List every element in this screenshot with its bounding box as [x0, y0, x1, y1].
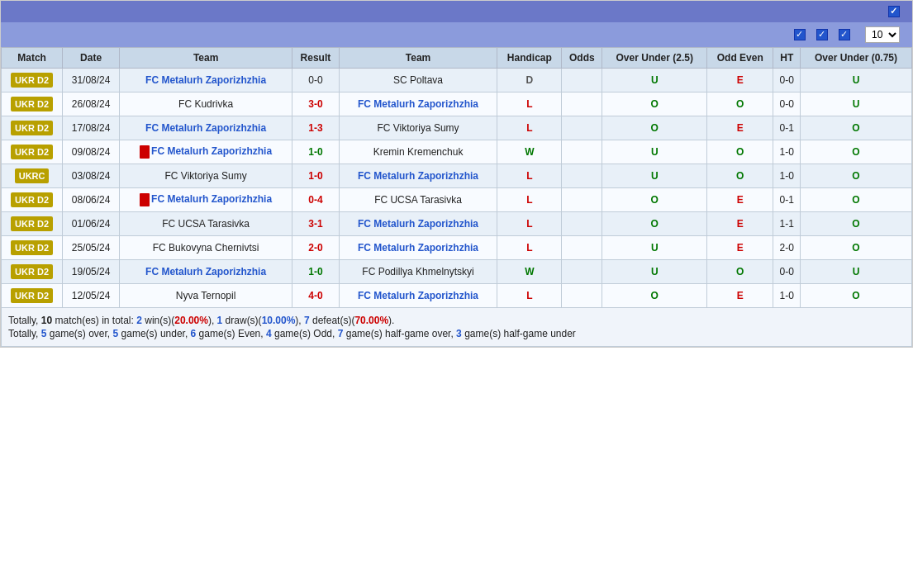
team1-name: FC Metalurh Zaporizhzhia — [145, 74, 266, 86]
cell-odds — [562, 260, 602, 284]
match-badge: UKR D2 — [11, 192, 53, 207]
outcome-badge: L — [526, 242, 532, 254]
header-bar — [1, 1, 912, 22]
cell-over-under: U — [602, 236, 707, 260]
cell-ht: 0-1 — [773, 116, 801, 140]
cell-team1: Nyva Ternopil — [120, 284, 292, 308]
odd-even-value: E — [737, 290, 744, 301]
games-under: 5 — [113, 328, 119, 339]
col-over-under-25: Over Under (2.5) — [602, 48, 707, 69]
int-cf-checkbox[interactable] — [794, 29, 806, 40]
odd-even-value: E — [737, 74, 744, 86]
cell-ht: 1-0 — [773, 284, 801, 308]
footer-line2: Totally, 5 game(s) over, 5 game(s) under… — [8, 328, 905, 339]
over-under-075-value: U — [853, 98, 860, 110]
table-row: UKR D231/08/24FC Metalurh Zaporizhzhia0-… — [2, 69, 912, 92]
outcome-badge: L — [526, 170, 532, 182]
table-row: UKR D201/06/24FC UCSA Tarasivka3-1FC Met… — [2, 212, 912, 236]
filter-int-cf[interactable] — [794, 29, 808, 40]
table-row: UKRC03/08/24FC Viktoriya Sumy1-0FC Metal… — [2, 164, 912, 188]
cell-match: UKRC — [2, 164, 63, 188]
col-odds: Odds — [562, 48, 602, 69]
over-under-value: U — [651, 74, 659, 86]
red-card-icon — [140, 145, 150, 159]
display-notes-checkbox[interactable] — [888, 6, 900, 17]
team1-name: FC Metalurh Zaporizhzhia — [151, 145, 272, 157]
team1-name: FC Bukovyna Chernivtsi — [153, 242, 259, 254]
cell-ht: 0-0 — [773, 92, 801, 116]
over-under-075-value: O — [852, 290, 859, 301]
team2-name: FC Viktoriya Sumy — [377, 122, 459, 134]
footer-stats: Totally, 10 match(es) in total: 2 win(s)… — [1, 308, 912, 347]
cell-over-under: U — [602, 164, 707, 188]
table-row: UKR D219/05/24FC Metalurh Zaporizhzhia1-… — [2, 260, 912, 284]
cell-odds — [562, 69, 602, 92]
team1-name: FC Metalurh Zaporizhzhia — [145, 266, 266, 277]
cell-outcome: L — [497, 116, 562, 140]
team1-name: FC Metalurh Zaporizhzhia — [151, 193, 272, 205]
table-row: UKR D225/05/24FC Bukovyna Chernivtsi2-0F… — [2, 236, 912, 260]
cell-odds — [562, 188, 602, 212]
outcome-badge: L — [526, 98, 532, 110]
cell-team2: Kremin Kremenchuk — [339, 140, 497, 164]
cell-date: 17/08/24 — [63, 116, 120, 140]
team2-name: FC Metalurh Zaporizhzhia — [358, 98, 478, 110]
games-select[interactable]: 5 10 15 20 — [865, 26, 900, 43]
match-badge: UKR D2 — [11, 145, 53, 159]
outcome-badge: W — [525, 266, 534, 277]
cell-date: 31/08/24 — [63, 69, 120, 92]
col-odd-even: Odd Even — [707, 48, 773, 69]
team1-name: FC Viktoriya Sumy — [165, 170, 247, 182]
draws-count: 1 — [217, 315, 223, 326]
cell-over-under: U — [602, 69, 707, 92]
cell-ht: 0-0 — [773, 69, 801, 92]
result-score: 1-3 — [308, 122, 322, 134]
cell-result: 1-0 — [292, 140, 340, 164]
games-even: 6 — [191, 328, 197, 339]
team2-name: FC Metalurh Zaporizhzhia — [358, 242, 478, 254]
filter-ukr-d2[interactable] — [839, 29, 853, 40]
cell-over-under: O — [602, 92, 707, 116]
odd-even-value: O — [736, 266, 744, 277]
match-badge: UKR D2 — [11, 121, 53, 135]
cell-team2: FC UCSA Tarasivka — [339, 188, 497, 212]
cell-over-under-075: O — [801, 164, 912, 188]
cell-date: 08/06/24 — [63, 188, 120, 212]
cell-date: 09/08/24 — [63, 140, 120, 164]
over-under-075-value: U — [853, 74, 860, 86]
cell-team2: FC Metalurh Zaporizhzhia — [339, 92, 497, 116]
team1-name: FC Kudrivka — [178, 98, 233, 110]
cell-match: UKR D2 — [2, 188, 63, 212]
cell-odd-even: E — [707, 69, 773, 92]
cell-over-under-075: U — [801, 92, 912, 116]
outcome-badge: L — [526, 290, 532, 301]
cell-outcome: L — [497, 236, 562, 260]
cell-team2: FC Metalurh Zaporizhzhia — [339, 284, 497, 308]
cell-match: UKR D2 — [2, 260, 63, 284]
cell-match: UKR D2 — [2, 69, 63, 92]
display-notes-toggle[interactable] — [888, 6, 904, 17]
cell-match: UKR D2 — [2, 116, 63, 140]
result-score: 3-0 — [308, 98, 322, 110]
ukr-d2-checkbox[interactable] — [839, 29, 850, 40]
ukrc-checkbox[interactable] — [816, 29, 828, 40]
cell-odds — [562, 92, 602, 116]
filter-ukrc[interactable] — [816, 29, 830, 40]
cell-team1: FC Metalurh Zaporizhzhia — [120, 188, 292, 212]
over-under-value: O — [651, 290, 659, 301]
cell-team1: FC Viktoriya Sumy — [120, 164, 292, 188]
cell-team2: FC Metalurh Zaporizhzhia — [339, 212, 497, 236]
cell-team1: FC Metalurh Zaporizhzhia — [120, 140, 292, 164]
table-row: UKR D226/08/24FC Kudrivka3-0FC Metalurh … — [2, 92, 912, 116]
cell-result: 3-0 — [292, 92, 340, 116]
cell-match: UKR D2 — [2, 284, 63, 308]
scores-table: Match Date Team Result Team Handicap Odd… — [1, 47, 912, 308]
defeats-count: 7 — [304, 315, 310, 326]
cell-odd-even: O — [707, 92, 773, 116]
wins-pct: 20.00% — [174, 315, 208, 326]
cell-odds — [562, 164, 602, 188]
cell-over-under-075: O — [801, 212, 912, 236]
cell-over-under-075: O — [801, 116, 912, 140]
cell-result: 0-4 — [292, 188, 340, 212]
result-score: 3-1 — [308, 218, 322, 230]
